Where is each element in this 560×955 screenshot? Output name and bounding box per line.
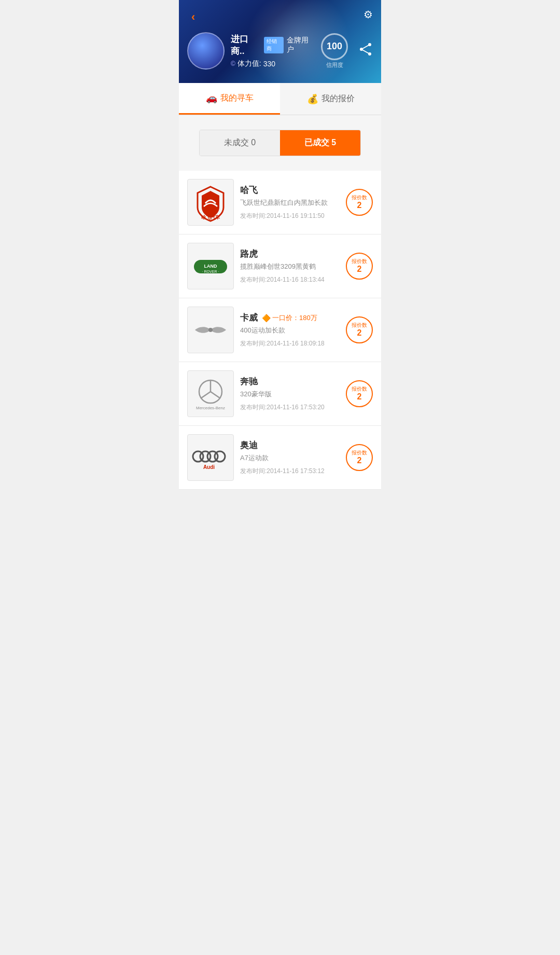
car-model: 320豪华版 xyxy=(240,390,340,399)
avatar xyxy=(187,32,225,70)
credit-label: 信用度 xyxy=(326,61,343,69)
landrover-logo: LAND · ROVER · xyxy=(187,243,234,289)
car-model: 400运动加长款 xyxy=(240,326,340,335)
car-brand: 哈飞 xyxy=(240,184,258,196)
quote-label: 报价数 xyxy=(352,258,367,265)
car-time: 发布时间:2014-11-16 18:09:18 xyxy=(240,339,340,348)
kavee-logo xyxy=(187,307,234,353)
list-item[interactable]: Audi 奥迪 A7运动款 发布时间:2014-11-16 17:53:12 报… xyxy=(179,426,381,490)
gold-badge: 金牌用户 xyxy=(287,36,315,54)
car-list: 哈飞汽车 哈飞 飞跃世纪鼎新红白内黑加长款 发布时间:2014-11-16 19… xyxy=(179,171,381,490)
energy-icon: © xyxy=(231,60,235,67)
tab-my-quote[interactable]: 💰 我的报价 xyxy=(280,83,381,115)
energy-label: 体力值: xyxy=(237,59,261,68)
car-time: 发布时间:2014-11-16 17:53:20 xyxy=(240,403,340,412)
quote-badge[interactable]: 报价数 2 xyxy=(346,380,373,407)
quote-label: 报价数 xyxy=(352,450,367,456)
sub-tab-unsold[interactable]: 未成交 0 xyxy=(200,130,280,156)
car-model: A7运动款 xyxy=(240,453,340,463)
tab-my-search-label: 我的寻车 xyxy=(220,93,254,104)
svg-text:Audi: Audi xyxy=(203,464,215,470)
energy-value: 330 xyxy=(263,60,275,68)
car-brand: 奔驰 xyxy=(240,376,258,387)
dealer-badge: 经销商 xyxy=(264,37,284,53)
svg-line-3 xyxy=(361,45,370,49)
svg-text:· ROVER ·: · ROVER · xyxy=(202,270,219,273)
quote-num: 2 xyxy=(357,456,362,465)
car-brand: 路虎 xyxy=(240,248,258,260)
quote-badge[interactable]: 报价数 2 xyxy=(346,444,373,471)
hafei-logo: 哈飞汽车 xyxy=(187,179,234,226)
sub-tabs: 未成交 0 已成交 5 xyxy=(199,130,361,156)
car-time: 发布时间:2014-11-16 19:11:50 xyxy=(240,212,340,220)
share-button[interactable] xyxy=(358,42,373,60)
svg-text:哈飞汽车: 哈飞汽车 xyxy=(201,214,220,220)
quote-badge[interactable]: 报价数 2 xyxy=(346,253,373,280)
list-item[interactable]: 卡威 🔶 一口价：180万 400运动加长款 发布时间:2014-11-16 1… xyxy=(179,298,381,362)
quote-num: 2 xyxy=(357,201,362,210)
quote-num: 2 xyxy=(357,392,362,402)
car-details: 哈飞 飞跃世纪鼎新红白内黑加长款 发布时间:2014-11-16 19:11:5… xyxy=(240,184,340,220)
car-model: 揽胜巅峰创世3209黑黄鹤 xyxy=(240,262,340,271)
audi-logo: Audi xyxy=(187,434,234,481)
quote-num: 2 xyxy=(357,328,362,338)
car-brand: 卡威 xyxy=(240,312,258,324)
tab-my-search[interactable]: 🚗 我的寻车 xyxy=(179,83,280,115)
credit-circle: 100 信用度 xyxy=(321,33,348,69)
list-item[interactable]: Mercedes-Benz 奔驰 320豪华版 发布时间:2014-11-16 … xyxy=(179,362,381,426)
quote-icon: 💰 xyxy=(307,93,318,105)
car-icon: 🚗 xyxy=(206,92,217,104)
quote-label: 报价数 xyxy=(352,386,367,392)
svg-text:LAND: LAND xyxy=(204,264,217,269)
hero-header: ‹ ⚙ 进口商.. 经销商 金牌用户 © 体力值: 330 100 信用度 xyxy=(179,0,381,83)
mercedes-logo: Mercedes-Benz xyxy=(187,370,234,417)
quote-badge[interactable]: 报价数 2 xyxy=(346,189,373,216)
car-model: 飞跃世纪鼎新红白内黑加长款 xyxy=(240,198,340,207)
price-tag: 🔶 一口价：180万 xyxy=(262,313,317,323)
quote-label: 报价数 xyxy=(352,195,367,201)
credit-value: 100 xyxy=(321,33,348,60)
list-item[interactable]: 哈飞汽车 哈飞 飞跃世纪鼎新红白内黑加长款 发布时间:2014-11-16 19… xyxy=(179,171,381,234)
user-name: 进口商.. xyxy=(231,33,261,57)
main-tabs: 🚗 我的寻车 💰 我的报价 xyxy=(179,83,381,115)
svg-point-12 xyxy=(208,328,213,332)
settings-button[interactable]: ⚙ xyxy=(363,8,373,21)
car-details: 奥迪 A7运动款 发布时间:2014-11-16 17:53:12 xyxy=(240,439,340,476)
car-brand: 奥迪 xyxy=(240,439,258,451)
car-details: 路虎 揽胜巅峰创世3209黑黄鹤 发布时间:2014-11-16 18:13:4… xyxy=(240,248,340,284)
list-item[interactable]: LAND · ROVER · 路虎 揽胜巅峰创世3209黑黄鹤 发布时间:201… xyxy=(179,234,381,298)
quote-num: 2 xyxy=(357,265,362,274)
svg-text:Mercedes-Benz: Mercedes-Benz xyxy=(196,406,225,410)
car-time: 发布时间:2014-11-16 18:13:44 xyxy=(240,275,340,284)
quote-badge[interactable]: 报价数 2 xyxy=(346,316,373,343)
sub-tab-sold[interactable]: 已成交 5 xyxy=(280,130,360,156)
car-details: 奔驰 320豪华版 发布时间:2014-11-16 17:53:20 xyxy=(240,376,340,412)
car-details: 卡威 🔶 一口价：180万 400运动加长款 发布时间:2014-11-16 1… xyxy=(240,312,340,348)
car-time: 发布时间:2014-11-16 17:53:12 xyxy=(240,467,340,476)
svg-line-4 xyxy=(361,49,370,54)
user-info: 进口商.. 经销商 金牌用户 © 体力值: 330 xyxy=(231,33,315,68)
quote-label: 报价数 xyxy=(352,322,367,328)
back-button[interactable]: ‹ xyxy=(187,8,199,26)
tab-my-quote-label: 我的报价 xyxy=(321,93,355,104)
